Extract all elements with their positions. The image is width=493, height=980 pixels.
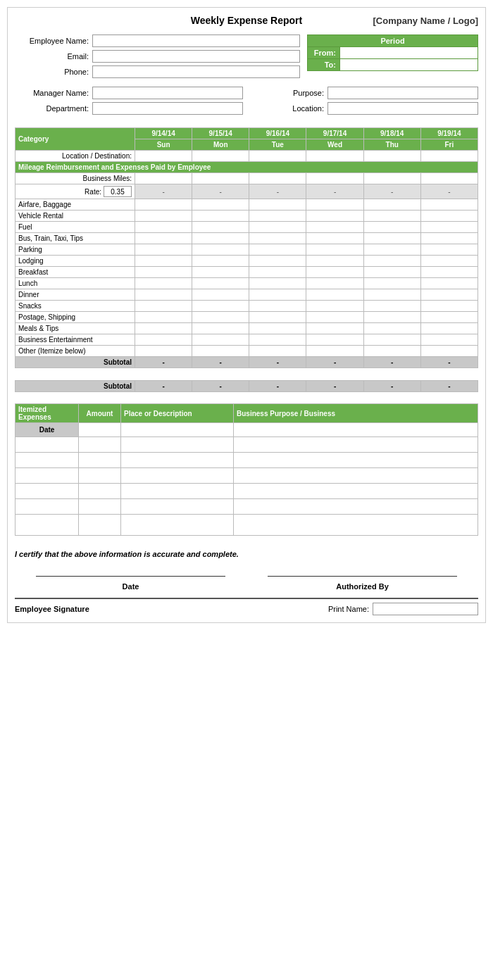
email-input[interactable] xyxy=(92,50,300,63)
rate-label: Rate: xyxy=(85,188,101,196)
table-row: Postage, Shipping xyxy=(15,312,478,323)
phone-input[interactable] xyxy=(92,65,300,78)
date-col-2: 9/16/14 xyxy=(249,128,306,139)
cat-vehicle: Vehicle Rental xyxy=(15,211,135,222)
company-name: [Company Name / Logo] xyxy=(373,15,478,26)
table-row: Dinner xyxy=(15,289,478,301)
table-row: Breakfast xyxy=(15,267,478,278)
rate-input[interactable] xyxy=(104,186,132,197)
day-col-4: Thu xyxy=(363,139,420,151)
itemized-header: Itemized Expenses xyxy=(15,404,79,423)
itemized-row xyxy=(15,515,478,536)
table-row: Lodging xyxy=(15,256,478,267)
sub1-thu: - xyxy=(363,357,420,368)
itemized-row xyxy=(15,453,478,468)
cat-lodging: Lodging xyxy=(15,256,135,267)
cat-snacks: Snacks xyxy=(15,301,135,312)
day-col-3: Wed xyxy=(306,139,363,151)
table-row: Business Entertainment xyxy=(15,334,478,346)
airfare-sun[interactable] xyxy=(135,199,192,211)
purpose-label: Purpose: xyxy=(250,89,327,97)
rate-thu: - xyxy=(363,184,420,199)
date-header: Date xyxy=(15,423,79,437)
cat-bus: Bus, Train, Taxi, Tips xyxy=(15,233,135,244)
table-row: Vehicle Rental xyxy=(15,211,478,222)
rate-wed: - xyxy=(306,184,363,199)
table-row: Bus, Train, Taxi, Tips xyxy=(15,233,478,244)
loc-dest-thu[interactable] xyxy=(363,151,420,162)
period-from-value: 9/14/2014 xyxy=(339,47,478,58)
biz-miles-fri[interactable] xyxy=(420,173,478,184)
subtotal-label-1: Subtotal xyxy=(15,357,135,368)
print-name-input[interactable] xyxy=(373,603,478,615)
loc-dest-fri[interactable] xyxy=(420,151,478,162)
biz-miles-mon[interactable] xyxy=(192,173,249,184)
amount-header: Amount xyxy=(79,404,121,423)
purpose-input[interactable] xyxy=(327,87,478,99)
sub2-tue: - xyxy=(249,381,306,392)
department-label: Department: xyxy=(15,104,92,113)
print-name-label: Print Name: xyxy=(328,605,373,613)
rate-tue: - xyxy=(249,184,306,199)
cat-other: Other (Itemize below) xyxy=(15,346,135,357)
date-col-4: 9/18/14 xyxy=(363,128,420,139)
manager-input[interactable] xyxy=(92,87,243,99)
certify-text: I certify that the above information is … xyxy=(15,546,478,562)
rate-mon: - xyxy=(192,184,249,199)
sub2-wed: - xyxy=(306,381,363,392)
itemized-row xyxy=(15,484,478,499)
table-row: Airfare, Baggage xyxy=(15,199,478,211)
location-input[interactable] xyxy=(327,102,478,115)
sub1-tue: - xyxy=(249,357,306,368)
sub1-mon: - xyxy=(192,357,249,368)
employee-name-input[interactable] xyxy=(92,34,300,47)
biz-miles-sun[interactable] xyxy=(135,173,192,184)
cat-parking: Parking xyxy=(15,244,135,256)
table-row: Meals & Tips xyxy=(15,323,478,334)
employee-name-label: Employee Name: xyxy=(15,37,92,45)
loc-dest-tue[interactable] xyxy=(249,151,306,162)
blank-row xyxy=(15,368,478,381)
period-header: Period xyxy=(308,35,478,46)
cat-biz-entertainment: Business Entertainment xyxy=(15,334,135,346)
manager-label: Manager Name: xyxy=(15,89,92,97)
subtotal-label-2: Subtotal xyxy=(15,381,135,392)
authorized-by-label: Authorized By xyxy=(336,582,389,591)
cat-fuel: Fuel xyxy=(15,222,135,233)
cat-postage: Postage, Shipping xyxy=(15,312,135,323)
email-label: Email: xyxy=(15,52,92,61)
sub1-sun: - xyxy=(135,357,192,368)
location-destination-label: Location / Destination: xyxy=(15,151,135,162)
period-to-value: 9/20/2014 xyxy=(339,59,478,70)
cat-airfare: Airfare, Baggage xyxy=(15,199,135,211)
cat-breakfast: Breakfast xyxy=(15,267,135,278)
day-col-1: Mon xyxy=(192,139,249,151)
rate-row: Rate: xyxy=(15,184,135,199)
loc-dest-sun[interactable] xyxy=(135,151,192,162)
loc-dest-wed[interactable] xyxy=(306,151,363,162)
phone-label: Phone: xyxy=(15,68,92,76)
sub2-fri: - xyxy=(420,381,478,392)
biz-miles-wed[interactable] xyxy=(306,173,363,184)
table-row: Other (Itemize below) xyxy=(15,346,478,357)
period-from-label: From: xyxy=(308,47,339,58)
table-row: Fuel xyxy=(15,222,478,233)
table-row: Lunch xyxy=(15,278,478,289)
biz-miles-tue[interactable] xyxy=(249,173,306,184)
department-input[interactable] xyxy=(92,102,243,115)
employee-signature-label: Employee Signature xyxy=(15,605,89,613)
rate-sun: - xyxy=(135,184,192,199)
business-miles-label: Business Miles: xyxy=(15,173,135,184)
subtotal-row-1: Subtotal - - - - - - xyxy=(15,357,478,368)
day-col-5: Fri xyxy=(420,139,478,151)
date-col-0: 9/14/14 xyxy=(135,128,192,139)
place-header: Place or Description xyxy=(121,404,234,423)
table-row: Snacks xyxy=(15,301,478,312)
date-col-3: 9/17/14 xyxy=(306,128,363,139)
sub1-wed: - xyxy=(306,357,363,368)
cat-dinner: Dinner xyxy=(15,289,135,301)
loc-dest-mon[interactable] xyxy=(192,151,249,162)
itemized-row xyxy=(15,437,478,453)
biz-miles-thu[interactable] xyxy=(363,173,420,184)
biz-header: Business Purpose / Business xyxy=(234,404,478,423)
